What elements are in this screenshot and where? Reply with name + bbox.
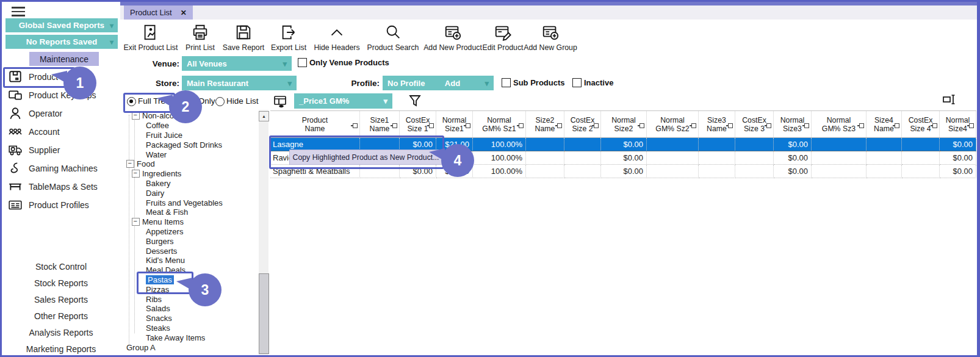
pin-icon[interactable] [353,123,358,128]
cell-normal-gm-sz2[interactable] [647,151,699,165]
tree-item-kid-s-menu[interactable]: Kid's Menu [124,256,257,265]
sidebar-item-supplier[interactable]: Supplier [2,141,120,159]
column-header-normal-size4[interactable]: NormalSize4 [940,111,976,137]
cell-size3-name[interactable] [699,138,735,151]
scroll-up-icon[interactable]: ▲ [259,111,269,121]
pin-icon[interactable] [519,123,524,128]
sidebar-item-gaming-machines[interactable]: Gaming Machines [2,159,120,178]
cell-normal-gm-sz1[interactable]: 100.00% [473,165,526,178]
cell-normal-size2[interactable]: $0.00 [601,151,647,165]
grid-row-spaghetti-meatballs[interactable]: Spaghetti & Meatballs$0.00$22.00100.00%$… [270,165,976,178]
cell-normal-size3[interactable]: $0.00 [774,138,812,151]
tree-item-burgers[interactable]: Burgers [124,236,257,246]
context-menu-item-copy-product[interactable]: Copy Highlighted Product as New Product.… [293,153,439,162]
column-header-size1-name[interactable]: Size1Name [360,111,400,137]
cell-normal-size4[interactable]: $0.00 [940,151,976,165]
pin-icon[interactable] [466,123,470,128]
sidebar-link-other-reports[interactable]: Other Reports [2,308,120,324]
collapse-icon[interactable] [126,160,134,168]
sidebar-item-product-profiles[interactable]: Product Profiles [2,196,120,214]
cell-size1-name[interactable] [360,165,400,178]
scrollbar-thumb[interactable] [259,273,269,354]
hide-list-radio[interactable] [215,97,225,106]
column-header-product-name[interactable]: ProductName [270,111,360,137]
pin-icon[interactable] [594,123,599,128]
cell-normal-gm-sz3[interactable] [812,165,867,178]
column-header-costex-size-4[interactable]: CostExSize 4 [902,111,940,137]
cell-costex-size-2[interactable] [564,138,601,151]
close-icon[interactable]: ✕ [181,9,187,17]
add-new-group-button[interactable]: Add New Group [517,22,584,52]
cell-normal-gm-sz2[interactable] [647,138,699,151]
price-preset-dropdown[interactable]: _Price1 GM% [294,93,392,109]
cell-size2-name[interactable] [526,151,564,165]
full-tree-radio[interactable] [127,97,136,106]
cell-normal-gm-sz3[interactable] [812,138,867,151]
cell-size4-name[interactable] [867,151,902,165]
only-venue-products-checkbox[interactable] [298,58,307,67]
pin-icon[interactable] [728,123,733,128]
tree-item-take-away-items[interactable]: Take Away Items [124,333,257,342]
cell-normal-size3[interactable]: $0.00 [774,165,812,178]
cell-size4-name[interactable] [867,138,902,151]
cell-size3-name[interactable] [699,165,735,178]
cell-costex-size-4[interactable] [902,165,940,178]
cell-size2-name[interactable] [526,165,564,178]
column-header-normal-gm-sz1[interactable]: NormalGM% Sz1 [473,111,526,137]
column-header-size4-name[interactable]: Size4Name [867,111,902,137]
tree-item-desserts[interactable]: Desserts [124,246,257,256]
column-header-size2-name[interactable]: Size2Name [526,111,564,137]
tab-product-list[interactable]: Product List ✕ [124,5,193,20]
venue-dropdown[interactable]: All Venues [182,56,292,71]
tree-item-meat-fish[interactable]: Meat & Fish [124,207,257,217]
tree-item-meal-deals[interactable]: Meal Deals [124,265,257,275]
tree-item-packaged-soft-drinks[interactable]: Packaged Soft Drinks [124,140,257,150]
sidebar-item-product-keymaps[interactable]: Product KeyMaps [2,86,120,104]
sidebar-link-stock-control[interactable]: Stock Control [2,258,120,275]
collapse-icon[interactable] [132,218,140,226]
sidebar-link-sales-reports[interactable]: Sales Reports [2,291,120,308]
cell-costex-size-3[interactable] [735,151,774,165]
column-header-size3-name[interactable]: Size3Name [699,111,735,137]
cell-costex-size-4[interactable] [902,138,940,151]
tree-item-bakery[interactable]: Bakery [124,179,257,189]
cell-normal-size2[interactable]: $0.00 [601,138,647,151]
cell-normal-size2[interactable]: $0.00 [601,165,647,178]
global-saved-reports-dropdown[interactable]: Global Saved Reports [5,18,118,32]
sidebar-link-analysis-reports[interactable]: Analysis Reports [2,324,120,341]
tree-item-food[interactable]: Food [124,159,257,169]
cell-costex-size-1[interactable]: $0.00 [400,165,436,178]
cell-normal-size4[interactable]: $0.00 [940,138,976,151]
cell-costex-size-2[interactable] [564,165,601,178]
pin-icon[interactable] [691,123,696,128]
pin-icon[interactable] [804,123,809,128]
sub-products-checkbox[interactable] [502,78,511,87]
sidebar-link-marketing-reports[interactable]: Marketing Reports [2,341,120,357]
hamburger-menu-icon[interactable] [12,7,25,16]
tree-item-fruits-and-vegetables[interactable]: Fruits and Vegetables [124,198,257,207]
column-header-costex-size-1[interactable]: CostExSize 1 [400,111,436,137]
store-dropdown[interactable]: Main Restaurant [182,76,297,90]
tree-item-ingredients[interactable]: Ingredients [124,169,257,179]
pin-icon[interactable] [640,123,644,128]
sidebar-link-stock-reports[interactable]: Stock Reports [2,275,120,291]
filter-icon[interactable] [408,93,422,110]
column-header-normal-size2[interactable]: NormalSize2 [601,111,647,137]
pin-icon[interactable] [969,123,974,128]
tree-item-appetizers[interactable]: Appetizers [124,227,257,237]
cell-costex-size-3[interactable] [735,165,774,178]
tree-item-group-a[interactable]: Group A [124,342,257,352]
tree-item-water[interactable]: Water [124,150,257,159]
cell-costex-size-4[interactable] [902,151,940,165]
pin-icon[interactable] [859,123,864,128]
column-header-costex-size-3[interactable]: CostExSize 3 [735,111,774,137]
collapse-icon[interactable] [132,112,140,120]
column-chooser-icon[interactable] [273,94,287,111]
collapse-icon[interactable] [132,170,140,178]
pin-icon[interactable] [932,123,937,128]
cell-costex-size-3[interactable] [735,138,774,151]
cell-normal-gm-sz3[interactable] [812,151,867,165]
cell-size3-name[interactable] [699,151,735,165]
column-header-normal-size3[interactable]: NormalSize3 [774,111,812,137]
pin-icon[interactable] [895,123,899,128]
